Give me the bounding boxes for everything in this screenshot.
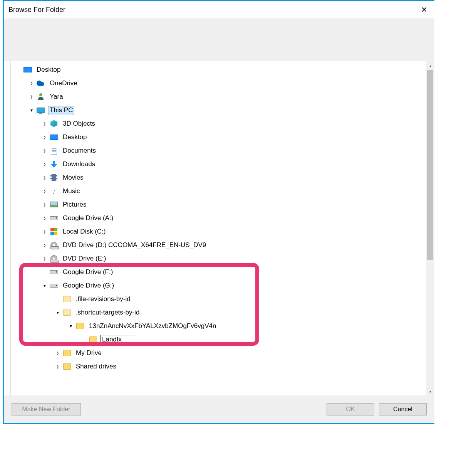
tree-item[interactable]: ❯Shared drives (10, 360, 426, 373)
tree-item[interactable]: ❯Pictures (10, 198, 426, 211)
tree-item[interactable]: ❯Desktop (10, 130, 426, 144)
chevron-down-icon[interactable]: ▾ (41, 282, 48, 289)
ok-button[interactable]: OK (327, 403, 374, 415)
tree-item-label: .file-revisions-by-id (74, 295, 132, 303)
down-icon (49, 160, 59, 168)
scroll-thumb[interactable] (427, 70, 433, 260)
vertical-scrollbar[interactable]: ▴ ▾ (426, 61, 434, 395)
folder-tree[interactable]: Desktop❯OneDrive❯Yara▾This PC❯3D Objects… (10, 61, 426, 395)
tree-item-label: Desktop (61, 133, 88, 141)
tree-item[interactable]: ❯Yara (10, 90, 426, 103)
music-icon: ♪ (49, 187, 59, 195)
chevron-right-icon[interactable]: ❯ (28, 80, 35, 87)
tree-item[interactable]: ❯♪Music (10, 184, 426, 198)
tree-item-label: Local Disk (C:) (61, 227, 107, 236)
doc-icon (49, 146, 59, 155)
folder-open-icon (88, 335, 98, 344)
drive-icon (49, 214, 59, 222)
user-icon (36, 93, 46, 101)
drive-icon (49, 268, 59, 276)
make-new-folder-button[interactable]: Make New Folder (12, 403, 81, 415)
tree-item[interactable]: ▾This PC (10, 103, 426, 117)
chevron-right-icon[interactable]: ❯ (28, 93, 35, 100)
scroll-track[interactable] (426, 70, 434, 387)
dialog-title: Browse For Folder (8, 6, 65, 14)
tree-item[interactable]: ❯Documents (10, 144, 426, 157)
tree-item[interactable]: ❯DVD Drive (E:) (10, 252, 426, 265)
cancel-button[interactable]: Cancel (379, 403, 427, 415)
folder-rename-input[interactable] (101, 335, 135, 344)
scroll-down-icon[interactable]: ▾ (426, 387, 434, 395)
tree-item-label: DVD Drive (E:) (61, 254, 107, 263)
tree-item-label: My Drive (74, 349, 103, 357)
chevron-right-icon[interactable]: ❯ (41, 228, 48, 235)
dvd-icon (49, 241, 59, 249)
header-spacer (4, 19, 434, 61)
tree-item[interactable]: ❯Downloads (10, 157, 426, 171)
tree-item[interactable]: .file-revisions-by-id (10, 292, 426, 306)
tree-item-label: .shortcut-targets-by-id (74, 308, 141, 317)
tree-item[interactable]: ❯OneDrive (10, 76, 426, 90)
cloud-icon (36, 79, 46, 87)
film-icon (49, 173, 59, 182)
tree-item[interactable]: ❯Movies (10, 171, 426, 184)
tree-item-label: This PC (48, 106, 74, 114)
tree-item[interactable]: ❯3D Objects (10, 117, 426, 130)
tree-item-label: Documents (61, 146, 97, 155)
chevron-down-icon[interactable]: ▾ (67, 323, 74, 330)
tree-item-label: Google Drive (G:) (61, 281, 116, 290)
tree-item[interactable]: ▾Google Drive (G:) (10, 279, 426, 292)
folder-icon (62, 308, 72, 317)
scroll-up-icon[interactable]: ▴ (426, 61, 434, 70)
chevron-right-icon[interactable]: ❯ (41, 242, 48, 249)
drive-icon (49, 281, 59, 290)
chevron-right-icon[interactable]: ❯ (54, 363, 61, 370)
win-icon (49, 227, 59, 236)
tree-item-label: OneDrive (48, 79, 79, 87)
tree-item-label: DVD Drive (D:) CCCOMA_X64FRE_EN-US_DV9 (61, 241, 208, 249)
chevron-right-icon[interactable]: ❯ (41, 201, 48, 208)
tree-item-label: Google Drive (A:) (61, 214, 115, 222)
chevron-right-icon[interactable]: ❯ (41, 161, 48, 168)
tree-item-label: Google Drive (F:) (61, 268, 114, 276)
desktop-icon (23, 66, 33, 74)
tree-item[interactable]: ❯My Drive (10, 346, 426, 360)
tree-item[interactable] (10, 333, 426, 346)
tree-item[interactable]: ▾.shortcut-targets-by-id (10, 306, 426, 319)
tree-item[interactable]: ❯Local Disk (C:) (10, 225, 426, 238)
3d-icon (49, 119, 59, 128)
chevron-down-icon[interactable]: ▾ (28, 107, 35, 114)
tree-item-label: 13nZnAncNvXxFbYALXzvbZMOgFv6vgV4n (87, 322, 218, 330)
pic-icon (49, 200, 59, 209)
dvd-icon (49, 254, 59, 263)
close-icon[interactable]: ✕ (419, 5, 430, 14)
tree-item-label: 3D Objects (61, 119, 97, 128)
tree-item-label: Desktop (35, 66, 62, 74)
folder-open-icon (62, 362, 72, 371)
chevron-right-icon[interactable]: ❯ (54, 350, 61, 357)
chevron-right-icon[interactable]: ❯ (41, 120, 48, 127)
tree-item[interactable]: ❯DVD Drive (D:) CCCOMA_X64FRE_EN-US_DV9 (10, 238, 426, 252)
tree-item[interactable]: ▾13nZnAncNvXxFbYALXzvbZMOgFv6vgV4n (10, 319, 426, 333)
tree-item[interactable]: Desktop (10, 63, 426, 76)
folder-icon (62, 295, 72, 303)
titlebar: Browse For Folder ✕ (4, 1, 434, 19)
chevron-down-icon[interactable]: ▾ (54, 309, 61, 316)
tree-item-label: Pictures (61, 200, 88, 209)
chevron-right-icon[interactable]: ❯ (41, 134, 48, 141)
tree-item[interactable]: Google Drive (F:) (10, 265, 426, 279)
desktop-icon (49, 133, 59, 141)
chevron-right-icon[interactable]: ❯ (41, 147, 48, 154)
chevron-right-icon[interactable]: ❯ (41, 215, 48, 222)
tree-item-label: Movies (61, 173, 85, 182)
folder-open-icon (75, 322, 85, 330)
tree-item-label: Music (61, 187, 81, 195)
chevron-right-icon[interactable]: ❯ (41, 255, 48, 262)
chevron-right-icon[interactable]: ❯ (41, 188, 48, 195)
tree-item-label: Yara (48, 93, 65, 101)
tree-item[interactable]: ❯Google Drive (A:) (10, 211, 426, 225)
folder-tree-pane: Desktop❯OneDrive❯Yara▾This PC❯3D Objects… (10, 61, 434, 395)
folder-open-icon (62, 349, 72, 357)
chevron-right-icon[interactable]: ❯ (41, 174, 48, 181)
dialog-footer: Make New Folder OK Cancel (4, 395, 434, 423)
